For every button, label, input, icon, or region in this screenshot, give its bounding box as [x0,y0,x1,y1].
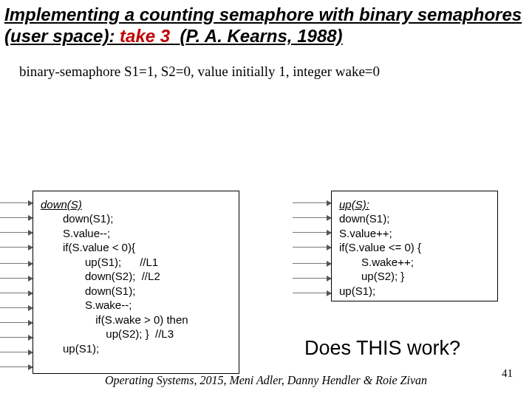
arrow-icon [0,217,33,218]
arrow-icon [293,202,331,203]
code-line: S.wake++; [339,255,490,270]
arrow-icon [293,232,331,233]
down-code-box: down(S) down(S1);S.value--;if(S.value < … [33,191,239,374]
arrow-icon [0,322,33,323]
code-line: up(S1); [339,284,490,299]
arrow-icon [0,278,33,279]
code-line: down(S1); [339,211,490,226]
code-line: up(S1); [41,341,231,356]
arrow-icon [0,263,33,264]
code-line: up(S2); } //L3 [41,327,231,341]
code-line: down(S2); //L2 [41,269,231,284]
arrow-icon [0,232,33,233]
arrow-icon [0,307,33,308]
arrow-icon [293,247,331,248]
arrow-icon [293,278,331,279]
arrow-icon [293,217,331,218]
arrow-icon [293,263,331,264]
code-line: S.value--; [41,226,231,241]
arrow-icon [0,337,33,338]
arrow-icon [0,293,33,293]
code-line: up(S2); } [339,269,490,284]
code-line: S.value++; [339,226,490,241]
arrow-icon [0,247,33,248]
up-lines: down(S1);S.value++;if(S.value <= 0) {S.w… [339,211,490,298]
question-text: Does THIS work? [304,337,460,360]
arrow-icon [0,202,33,203]
code-line: if(S.wake > 0) then [41,313,231,327]
code-line: down(S1); [41,211,231,226]
title-take: take 3 [120,26,170,46]
code-line: if(S.value < 0){ [41,240,231,255]
down-lines: down(S1);S.value--;if(S.value < 0){up(S1… [41,211,231,355]
arrow-icon [0,366,33,367]
code-line: S.wake--; [41,298,231,313]
init-line: binary-semaphore S1=1, S2=0, value initi… [0,49,532,80]
down-header: down(S) [41,197,231,212]
arrow-icon [293,293,331,293]
arrow-icon [0,352,33,352]
up-header: up(S): [339,197,490,212]
title-ref: (P. A. Kearns, 1988) [180,26,342,46]
code-line: down(S1); [41,284,231,299]
footer-text: Operating Systems, 2015, Meni Adler, Dan… [0,374,532,387]
code-line: if(S.value <= 0) { [339,240,490,255]
up-code-box: up(S): down(S1);S.value++;if(S.value <= … [331,191,498,301]
page-number: 41 [502,367,513,380]
code-line: up(S1); //L1 [41,255,231,270]
slide-title: Implementing a counting semaphore with b… [0,0,532,49]
